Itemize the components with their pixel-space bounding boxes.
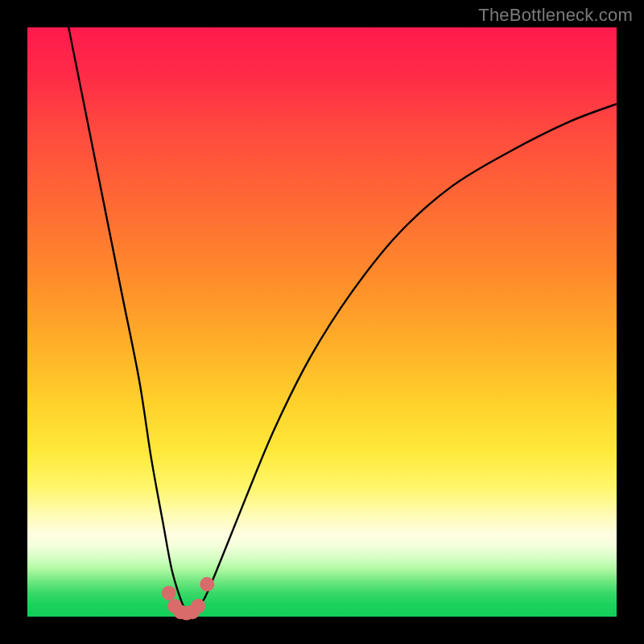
highlight-dot [200, 577, 214, 592]
bottleneck-curve [68, 27, 617, 613]
watermark-text: TheBottleneck.com [478, 5, 633, 26]
chart-frame: TheBottleneck.com [0, 0, 644, 644]
plot-area [27, 27, 617, 617]
highlight-dot [191, 599, 205, 613]
highlight-dots [162, 577, 215, 621]
curve-svg [27, 27, 617, 617]
highlight-dot [162, 586, 176, 601]
